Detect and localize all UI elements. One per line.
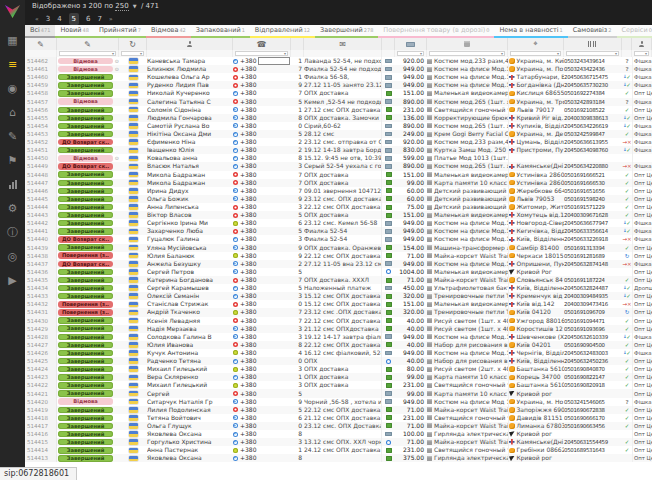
delivery-address[interactable]: Кременчук від: [508, 292, 564, 300]
order-row-514426[interactable]: 514426ЗавершенийКучук Антонина+380416.12…: [25, 349, 652, 357]
product[interactable]: Детский развивающий констру: [427, 203, 508, 211]
product[interactable]: Гирлянда электрическая (100 л: [427, 430, 508, 438]
order-status[interactable]: Завершений: [57, 406, 119, 414]
tracking-number[interactable]: 20450632874148: [564, 260, 622, 268]
order-row-514447[interactable]: 514447ЗавершенийМикола Бадражан+3807ОПХ …: [25, 179, 652, 187]
client-name[interactable]: Сергей: [147, 389, 233, 397]
client-name[interactable]: Салегина Татьяна С: [147, 98, 233, 106]
tracking-number[interactable]: 20450633226918: [564, 235, 622, 243]
delivery-address[interactable]: Київ від.142: [508, 300, 564, 308]
product[interactable]: Костюм мод.233 разм,48-58 (1: [427, 138, 508, 146]
col-header-comment[interactable]: ✉: [304, 38, 382, 50]
order-row-514462[interactable]: 514462Відмова⊙Каневська Тамара+3801Лаван…: [25, 57, 652, 65]
order-row-514452[interactable]: 514452ДО Возврат ск..Єфименко Ніна+38022…: [25, 138, 652, 146]
client-name[interactable]: Андрій Ткаченко: [147, 308, 233, 316]
manager-comment[interactable]: Фиалка 52-54 не подходит: [304, 65, 382, 73]
tracking-number[interactable]: 0503243439614: [564, 57, 622, 65]
manager-comment[interactable]: Лаванда 52-54, не подходит: [304, 57, 382, 65]
product[interactable]: Набор для рисования в темнот: [427, 357, 508, 365]
tab-Запакований[interactable]: Запакований1: [191, 25, 250, 38]
order-status[interactable]: ДО Возврат ск..: [57, 235, 119, 243]
tab-Завершений[interactable]: Завершений278: [315, 25, 378, 38]
delivery-address[interactable]: Украина, м. Де: [508, 130, 564, 138]
order-row-514455[interactable]: 514455ЗавершенийЛюдмила Гончарова+3808ОП…: [25, 114, 652, 122]
manager-comment[interactable]: 22.12 смс ОПХ доставка: [304, 317, 382, 325]
order-status[interactable]: Відмова: [57, 98, 119, 106]
order-row-514459[interactable]: 514459ЗавершенийРуденко Лидия Пав+380927…: [25, 81, 652, 89]
manager-comment[interactable]: ОПХ доставка. ХХХЛ: [304, 276, 382, 284]
order-status[interactable]: Завершений: [57, 333, 119, 341]
client-phone[interactable]: +380: [233, 98, 291, 106]
order-row-514428[interactable]: 514428ЗавершенийСолодкова Галина В+38031…: [25, 333, 652, 341]
manager-comment[interactable]: Сірий,60-62: [304, 122, 382, 130]
client-name[interactable]: Ковальова анна: [147, 154, 233, 162]
tracking-number[interactable]: 20400309473416: [564, 300, 622, 308]
client-name[interactable]: Ситарчук Наталія Гр: [147, 398, 233, 406]
client-phone[interactable]: +380: [233, 57, 291, 65]
order-status[interactable]: Повернення (з..: [57, 252, 119, 260]
manager-comment[interactable]: 27.12 11-05 занято 23.12 смс: [304, 81, 382, 89]
order-status[interactable]: Завершений: [57, 341, 119, 349]
tracking-number[interactable]: 20450634220880: [564, 162, 622, 170]
order-row-514460[interactable]: 514460ЗавершенийКошелева Ольга Ар+3801Фи…: [25, 73, 652, 81]
filter-box-source[interactable]: ▾: [634, 51, 649, 56]
filter-box-amount[interactable]: ▾: [397, 51, 424, 56]
client-phone[interactable]: +380: [233, 114, 291, 122]
client-name[interactable]: Солодкова Галина В: [147, 333, 233, 341]
manager-comment[interactable]: 23.12 смс. Кемел 56-58: [304, 219, 382, 227]
manager-comment[interactable]: 22.12 смс ОПХ доставка. ХХХЛ: [304, 406, 382, 414]
product[interactable]: Костюм на флисе Мод.1014 (1ш: [427, 260, 508, 268]
delivery-address[interactable]: Татарбунари, Ві: [508, 73, 564, 81]
delivery-address[interactable]: Кривий Ріг від.: [508, 114, 564, 122]
tracking-number[interactable]: 0501691598240: [564, 195, 622, 203]
order-row-514420[interactable]: 514420ВідмоваСитарчук Наталія Гр+3809Чор…: [25, 398, 652, 406]
client-name[interactable]: Радченко Тетяна: [147, 357, 233, 365]
product[interactable]: Костюм на флисе Мод.1014 (1ш: [427, 235, 508, 243]
client-name[interactable]: Людмила Гончарова: [147, 114, 233, 122]
order-status[interactable]: Відмова: [57, 398, 119, 406]
client-phone[interactable]: +380: [233, 244, 291, 252]
tracking-number[interactable]: 0501691313394: [564, 244, 622, 252]
product[interactable]: Костюм мод.265 (1шт. х 890.00: [427, 122, 508, 130]
order-status[interactable]: Завершений: [57, 430, 119, 438]
order-row-514461[interactable]: 514461Відмова⊙Близнюк Людмила+3807Фиалка…: [25, 65, 652, 73]
manager-comment[interactable]: 13.12 смс ОПХ. ХХЛ чорний: [304, 438, 382, 446]
filter-box-flag[interactable]: ▾: [121, 51, 144, 56]
order-row-514441[interactable]: 514441ЗавершенийЗахарченко Люба+3805Фиал…: [25, 227, 652, 235]
manager-comment[interactable]: ОПХ доставка: [304, 171, 382, 179]
client-phone[interactable]: +380: [233, 422, 291, 430]
col-header-ts[interactable]: [622, 38, 632, 50]
client-name[interactable]: Анна Липенська: [147, 203, 233, 211]
manager-comment[interactable]: Кемел ,52-54 не подкодит: [304, 98, 382, 106]
tracking-number[interactable]: 20450635730230: [564, 81, 622, 89]
delivery-address[interactable]: Камянське(Дні: [508, 162, 564, 170]
filter-box-status[interactable]: ▾: [59, 51, 116, 56]
client-name[interactable]: Сергієнко Ірина Ми: [147, 219, 233, 227]
product[interactable]: Детский развивающий констру: [427, 187, 508, 195]
client-phone[interactable]: +380: [233, 300, 291, 308]
page-5[interactable]: 5: [69, 13, 79, 25]
delivery-address[interactable]: Ужгород 88016: [508, 317, 564, 325]
product[interactable]: Крем Gogi Berry Facial Cream *3: [427, 130, 508, 138]
client-phone[interactable]: +380: [233, 268, 291, 276]
manager-comment[interactable]: 23.12 смс .ОПХ доставка: [304, 308, 382, 316]
order-status[interactable]: Завершений: [57, 227, 119, 235]
page-7[interactable]: 7: [98, 13, 102, 25]
delivery-address[interactable]: Львів 79017: [508, 106, 564, 114]
client-phone[interactable]: +380: [233, 146, 291, 154]
delivery-address[interactable]: Пристроми, Пу: [508, 146, 564, 154]
delivery-address[interactable]: Київ, Відділенн: [508, 357, 564, 365]
order-status[interactable]: Завершений: [57, 81, 119, 89]
delivery-address[interactable]: Баштанка 56101: [508, 381, 564, 389]
tracking-number[interactable]: 20450632483003: [564, 349, 622, 357]
tracking-number[interactable]: 0501690820918: [564, 381, 622, 389]
order-status[interactable]: Завершений: [57, 73, 119, 81]
client-phone[interactable]: +380: [233, 406, 291, 414]
product[interactable]: Маленькая видеокамера SQ8 *: [427, 211, 508, 219]
client-phone[interactable]: +380: [233, 333, 291, 341]
tab-Повернення товару (в дорозі)[interactable]: Повернення товару (в дорозі)0: [378, 25, 494, 38]
tracking-number[interactable]: 20450632824487: [564, 284, 622, 292]
client-name[interactable]: Єфименко Ніна: [147, 138, 233, 146]
client-name[interactable]: Уляна Мусійовська: [147, 244, 233, 252]
product[interactable]: Маленькая видеокамера SQ8 *: [427, 268, 508, 276]
